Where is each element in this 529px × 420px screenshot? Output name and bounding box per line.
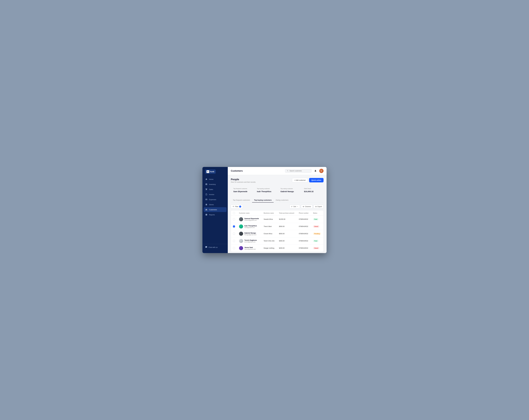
sidebar-item-sales[interactable]: Sales — [204, 187, 226, 192]
tab-buying[interactable]: Top buying customers — [252, 198, 274, 203]
app-wrapper: C hunk Home Inventory Sales — [202, 167, 327, 253]
columns-button[interactable]: Columns — [301, 205, 313, 209]
sidebar-item-invoice[interactable]: Invoice — [204, 192, 226, 197]
row-checkbox-0[interactable] — [231, 216, 237, 223]
customer-name-4: Jesse Sani — [244, 247, 256, 248]
row-amount-4: $200.00 — [277, 245, 297, 252]
row-checkbox-2[interactable] — [231, 230, 237, 237]
sidebar-item-label: Reports — [209, 214, 215, 216]
logo-text: hunk — [210, 171, 214, 173]
notifications-icon[interactable] — [313, 169, 317, 173]
stat-value-2: Gabriel Nwogu — [280, 190, 297, 193]
stores-icon — [205, 203, 208, 206]
chat-with-us-button[interactable]: Chat with us — [205, 246, 225, 249]
stat-value-1: Isah Theophilus — [257, 190, 274, 193]
columns-icon — [303, 206, 304, 208]
sidebar-item-label: Expenses — [209, 199, 216, 200]
row-phone-2: 07085434532 — [297, 230, 311, 237]
stat-value-0: Sam Ekpemede — [233, 190, 250, 193]
export-button[interactable]: Export — [314, 205, 324, 209]
customer-name-2: Gabriel Nwogu — [244, 232, 256, 234]
export-label: Export — [317, 206, 322, 208]
checkbox-3[interactable] — [233, 240, 235, 242]
row-phone-0: 07085434532 — [297, 216, 311, 223]
row-phone-1: 07085434532 — [297, 223, 311, 230]
sidebar-item-reports[interactable]: Reports — [204, 212, 226, 217]
chat-icon — [205, 246, 207, 249]
sidebar-item-customers[interactable]: Customers — [204, 207, 226, 212]
customer-email-4: Jesse@gmail.com — [244, 248, 256, 250]
sidebar-item-home[interactable]: Home — [204, 177, 226, 182]
checkbox-4[interactable] — [233, 247, 235, 249]
people-header: People Over 52 customers and their recor… — [231, 178, 324, 183]
sidebar-item-label: Invoice — [209, 194, 214, 196]
checkbox-0[interactable] — [233, 218, 235, 220]
filter-label: Filter — [235, 206, 238, 208]
filter-button[interactable]: Filter 1 — [231, 205, 243, 209]
people-header-left: People Over 52 customers and their recor… — [231, 178, 256, 183]
user-avatar[interactable]: U — [319, 169, 324, 173]
people-subtitle: Over 52 customers and their records. — [231, 181, 256, 183]
status-badge-0: Paid — [313, 218, 318, 220]
sidebar-item-label: Sales — [209, 188, 213, 190]
search-box[interactable] — [285, 169, 312, 173]
stat-card-0: Top frequent customer Sam Ekpemede — [231, 185, 253, 195]
add-customer-button[interactable]: + Add customer — [292, 178, 308, 182]
row-checkbox-3[interactable] — [231, 237, 237, 245]
select-all-checkbox[interactable] — [233, 212, 235, 214]
tab-owing[interactable]: Owing customers — [274, 198, 290, 203]
customers-icon — [205, 209, 208, 211]
quick-action-button[interactable]: Quick action — [309, 178, 324, 182]
customer-name-0: Samuel Ekpemede — [244, 218, 259, 220]
customer-name-3: Torich Dagbone — [244, 239, 257, 241]
row-status-2: Pending — [311, 230, 323, 237]
row-amount-2: $500.00 — [277, 230, 297, 237]
row-customer-1: Isah Theophilus Isah@gmail.com — [237, 223, 262, 230]
tabs: Top frequent customers Top buying custom… — [231, 198, 324, 203]
sort-button[interactable]: Sort — [290, 205, 300, 209]
status-badge-2: Pending — [313, 233, 321, 235]
row-checkbox-4[interactable] — [231, 245, 237, 252]
customer-email-0: Onome@gmail.com — [244, 220, 259, 221]
stat-card-3: Debt Owed $10,000.32 — [302, 185, 324, 195]
customers-table: Customer name Business name Total purcha… — [231, 210, 324, 252]
row-status-4: Owed — [311, 245, 323, 252]
sidebar-item-label: Home — [209, 178, 213, 180]
row-amount-1: $500.00 — [277, 223, 297, 230]
topbar-right: U — [285, 169, 324, 173]
sidebar-item-inventory[interactable]: Inventory — [204, 182, 226, 187]
row-status-0: Paid — [311, 216, 323, 223]
people-actions: + Add customer Quick action — [292, 178, 324, 182]
sidebar-item-stores[interactable]: Stores — [204, 202, 226, 207]
checkbox-1[interactable] — [233, 225, 235, 227]
col-phone: Phone number — [297, 210, 311, 216]
stat-label-1: Top buying customer — [257, 188, 274, 189]
invoice-icon — [205, 193, 208, 196]
row-customer-4: Jesse Sani Jesse@gmail.com — [237, 245, 262, 252]
sidebar-item-expenses[interactable]: Expenses — [204, 197, 226, 202]
table-row: Gabriel Nwogu Nwogu@gmail.com Chunk Afri… — [231, 230, 323, 237]
table-row: Torich Dagbone torich@gmail.com Torich C… — [231, 237, 323, 245]
checkbox-2[interactable] — [233, 233, 235, 235]
search-icon — [287, 170, 289, 172]
inventory-icon — [205, 183, 208, 185]
stat-card-2: Top owing customer Gabriel Nwogu — [278, 185, 300, 195]
row-checkbox-1[interactable] — [231, 223, 237, 230]
sales-icon — [205, 188, 208, 190]
chat-label: Chat with us — [209, 246, 218, 248]
stats-row: Top frequent customer Sam Ekpemede Top b… — [231, 185, 324, 195]
customer-email-1: Isah@gmail.com — [244, 227, 257, 228]
search-input[interactable] — [290, 170, 310, 172]
row-status-3: Paid — [311, 237, 323, 245]
filter-badge: 1 — [239, 206, 241, 208]
stat-card-1: Top buying customer Isah Theophilus — [254, 185, 277, 195]
sort-icon — [291, 206, 293, 208]
expenses-icon — [205, 198, 208, 201]
row-business-4: Danger clothing — [262, 245, 277, 252]
tab-frequent[interactable]: Top frequent customers — [231, 198, 252, 203]
row-phone-4: 07085434532 — [297, 245, 311, 252]
sidebar-bottom: Chat with us — [202, 244, 228, 250]
col-customer-name: Customer name — [237, 210, 262, 216]
col-status: Status — [311, 210, 323, 216]
stat-value-3: $10,000.32 — [304, 190, 321, 193]
